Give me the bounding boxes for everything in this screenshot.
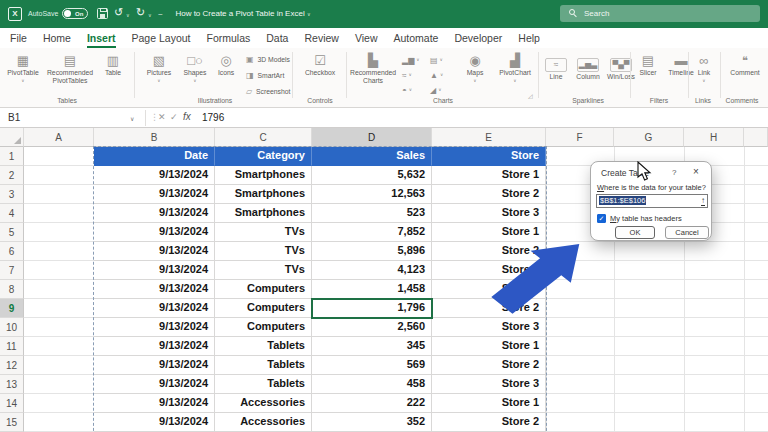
search-input[interactable]: Search <box>560 5 760 22</box>
row-header-12[interactable]: 12 <box>0 356 24 375</box>
document-title[interactable]: How to Create a Pivot Table in Excel ∨ <box>168 9 318 18</box>
pivotchart-button[interactable]: ▟ PivotChart ∨ <box>494 53 536 83</box>
tab-file[interactable]: File <box>10 32 27 48</box>
headers-checkbox-label[interactable]: My table has headers <box>610 214 682 223</box>
shapes-button[interactable]: □○ Shapes ∨ <box>178 53 212 83</box>
column-header-partial[interactable] <box>744 128 768 147</box>
pivottable-icon: ▦ <box>2 53 44 68</box>
ribbon: ▦ PivotTable ∨ ▤ Recommended PivotTables… <box>0 48 768 108</box>
group-divider <box>688 52 689 98</box>
row-header-6[interactable]: 6 <box>0 242 24 261</box>
pivotchart-label: PivotChart <box>494 69 536 77</box>
title-caret-icon: ∨ <box>307 11 311 17</box>
column-header-f[interactable]: F <box>546 128 614 147</box>
quick-access-icon[interactable]: ~ <box>158 9 163 20</box>
link-button[interactable]: ∞ Link ∨ <box>692 53 716 83</box>
column-header-d[interactable]: D <box>312 128 432 147</box>
tab-formulas[interactable]: Formulas <box>207 32 251 48</box>
icons-button[interactable]: ◎ Icons <box>210 53 242 77</box>
row-header-3[interactable]: 3 <box>0 185 24 204</box>
shapes-caret-icon: ∨ <box>178 78 212 83</box>
redo-icon[interactable]: ↻ <box>136 7 145 18</box>
column-header-c[interactable]: C <box>215 128 312 147</box>
row-header-5[interactable]: 5 <box>0 223 24 242</box>
tab-developer[interactable]: Developer <box>454 32 502 48</box>
tab-automate[interactable]: Automate <box>393 32 438 48</box>
table-range-input[interactable]: $B$1:$E$106 ↑ <box>596 194 708 208</box>
pivottable-button[interactable]: ▦ PivotTable ∨ <box>2 53 44 83</box>
redo-caret-icon[interactable]: ∨ <box>148 12 152 18</box>
row-header-15[interactable]: 15 <box>0 413 24 432</box>
cancel-entry-icon[interactable]: ✕ <box>158 112 166 122</box>
recommended-pivottables-button[interactable]: ▤ Recommended PivotTables <box>46 53 94 84</box>
insert-function-icon[interactable]: fx <box>183 111 191 122</box>
filters-group-label: Filters <box>630 97 688 104</box>
row-header-8[interactable]: 8 <box>0 280 24 299</box>
tab-insert[interactable]: Insert <box>87 32 116 48</box>
headers-checkbox[interactable]: ✓ <box>597 214 606 223</box>
column-header-e[interactable]: E <box>432 128 546 147</box>
shapes-label: Shapes <box>178 69 212 77</box>
pie-chart-button[interactable]: ◓∨ <box>402 86 412 95</box>
bar-chart-button[interactable]: ▤∨ <box>430 56 443 65</box>
checkbox-button[interactable]: ☑ Checkbox <box>298 53 342 77</box>
smartart-button[interactable]: ◨ SmartArt <box>246 71 284 80</box>
comment-button[interactable]: ❝ Comment <box>728 53 762 77</box>
row-header-2[interactable]: 2 <box>0 166 24 185</box>
column-header-g[interactable]: G <box>614 128 684 147</box>
row-header-1[interactable]: 1 <box>0 147 24 166</box>
ok-button[interactable]: OK <box>615 226 655 239</box>
undo-icon[interactable]: ↺ <box>114 7 123 18</box>
column-header-b[interactable]: B <box>94 128 215 147</box>
table-icon: ▥ <box>96 53 130 68</box>
sparkline-line-button[interactable]: ≈ Line <box>542 53 570 81</box>
row-header-11[interactable]: 11 <box>0 337 24 356</box>
close-icon[interactable]: × <box>693 166 699 177</box>
icons-label: Icons <box>210 69 242 77</box>
slicer-button[interactable]: ▤ Slicer <box>634 53 662 77</box>
tab-review[interactable]: Review <box>304 32 338 48</box>
column-chart-button[interactable]: ▂▆∨ <box>402 56 420 65</box>
select-all-corner[interactable] <box>0 128 24 147</box>
tab-page-layout[interactable]: Page Layout <box>132 32 191 48</box>
row-header-10[interactable]: 10 <box>0 318 24 337</box>
row-header-7[interactable]: 7 <box>0 261 24 280</box>
save-icon[interactable] <box>97 8 108 19</box>
line-chart-button[interactable]: ≈∨ <box>402 71 412 80</box>
annotation-arrow <box>486 234 592 318</box>
maps-button[interactable]: ◉ Maps ∨ <box>458 53 492 83</box>
scatter-chart-button[interactable]: ◢∨ <box>430 86 441 95</box>
group-divider <box>630 52 631 98</box>
autosave-toggle[interactable]: On <box>62 8 88 19</box>
tab-home[interactable]: Home <box>43 32 71 48</box>
help-icon[interactable]: ? <box>672 168 676 177</box>
confirm-entry-icon[interactable]: ✓ <box>170 112 178 122</box>
recommended-charts-button[interactable]: ▙ Recommended Charts <box>350 53 396 84</box>
collapse-range-icon[interactable]: ↑ <box>701 196 705 206</box>
undo-caret-icon[interactable]: ∨ <box>126 12 130 18</box>
table-button[interactable]: ▥ Table <box>96 53 130 77</box>
caret-down-icon: ∨ <box>408 72 411 77</box>
row-header-14[interactable]: 14 <box>0 394 24 413</box>
sparkline-column-button[interactable]: ▂▅▃ Column <box>572 53 604 81</box>
tab-data[interactable]: Data <box>266 32 288 48</box>
screenshot-button[interactable]: ▱ Screenshot <box>246 87 290 96</box>
name-box[interactable]: B1 <box>8 112 20 123</box>
group-divider <box>538 52 539 98</box>
pictures-button[interactable]: ▧ Pictures ∨ <box>140 53 178 83</box>
row-header-4[interactable]: 4 <box>0 204 24 223</box>
row-header-9[interactable]: 9 <box>0 299 24 318</box>
area-chart-button[interactable]: ▲∨ <box>430 71 443 80</box>
sparkline-winloss-button[interactable]: ▀▄▀ Win/Loss <box>606 53 636 81</box>
formula-input[interactable]: 1796 <box>202 112 224 123</box>
formula-bar: B1 ∨ ⋮ ✕ ✓ fx 1796 <box>0 108 768 128</box>
name-box-caret-icon[interactable]: ∨ <box>130 115 134 122</box>
cancel-button[interactable]: Cancel <box>665 226 709 239</box>
column-header-a[interactable]: A <box>24 128 94 147</box>
row-header-13[interactable]: 13 <box>0 375 24 394</box>
tab-help[interactable]: Help <box>518 32 540 48</box>
column-header-h[interactable]: H <box>684 128 744 147</box>
3d-models-button[interactable]: ▣ 3D Models <box>246 55 290 64</box>
slicer-label: Slicer <box>634 69 662 77</box>
tab-view[interactable]: View <box>355 32 378 48</box>
